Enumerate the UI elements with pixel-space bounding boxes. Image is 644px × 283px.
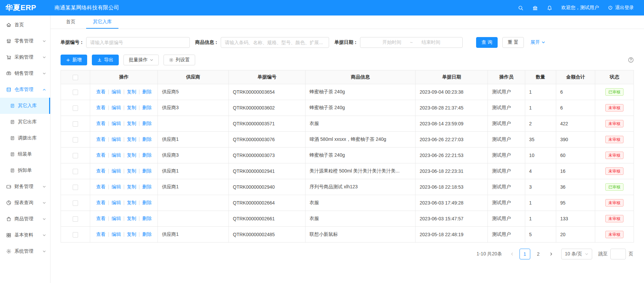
prev-page-icon[interactable] [507,249,517,259]
expand-filters-link[interactable]: 展开 [531,39,545,45]
action-separator: | [139,231,140,237]
delete-link[interactable]: 删除 [142,89,152,94]
view-link[interactable]: 查看 [96,200,106,205]
delete-link[interactable]: 删除 [142,184,152,189]
next-page-icon[interactable] [546,249,556,259]
edit-link[interactable]: 编辑 [111,121,121,126]
view-link[interactable]: 查看 [96,231,106,237]
status-badge: 已审核 [605,183,623,191]
sidebar-item-sales[interactable]: 销售管理 [0,65,50,82]
row-checkbox[interactable] [73,216,78,222]
delete-link[interactable]: 删除 [142,216,152,221]
row-checkbox[interactable] [73,169,78,174]
column-settings-button[interactable]: 列设置 [164,55,195,65]
bank-icon[interactable] [532,5,538,11]
edit-link[interactable]: 编辑 [111,105,121,110]
view-link[interactable]: 查看 [96,105,106,110]
edit-link[interactable]: 编辑 [111,136,121,142]
jump-page-input[interactable] [610,249,626,259]
export-button[interactable]: 导出 [92,55,119,65]
product-input[interactable] [221,37,329,48]
copy-link[interactable]: 复制 [127,121,136,126]
row-checkbox[interactable] [73,121,78,127]
row-checkbox[interactable] [73,105,78,111]
edit-link[interactable]: 编辑 [111,216,121,221]
delete-link[interactable]: 删除 [142,231,152,237]
sidebar-item-system[interactable]: 系统管理 [0,243,50,259]
edit-link[interactable]: 编辑 [111,89,121,94]
sidebar-item-warehouse[interactable]: 仓库管理 [0,82,50,98]
doc-no-input[interactable] [86,37,190,48]
copy-link[interactable]: 复制 [127,184,136,189]
edit-link[interactable]: 编辑 [111,168,121,174]
help-icon[interactable] [628,57,634,63]
row-checkbox[interactable] [73,137,78,143]
edit-link[interactable]: 编辑 [111,184,121,189]
copy-link[interactable]: 复制 [127,89,136,94]
view-link[interactable]: 查看 [96,168,106,174]
view-link[interactable]: 查看 [96,184,106,189]
date-range-picker[interactable]: 开始时间 ~ 结束时间 [360,37,463,48]
sidebar-item-disassembly-order[interactable]: 拆卸单 [0,162,50,179]
select-all-checkbox[interactable] [73,75,78,80]
copy-link[interactable]: 复制 [127,152,136,158]
add-button[interactable]: 新增 [61,55,87,65]
app-logo[interactable]: 华夏ERP [0,3,50,13]
sidebar-item-purchase[interactable]: 采购管理 [0,49,50,65]
sidebar-item-other-outbound[interactable]: 其它出库 [0,114,50,130]
sidebar-item-basic[interactable]: 基本资料 [0,227,50,243]
search-button[interactable]: 查 询 [476,37,498,48]
row-checkbox[interactable] [73,200,78,206]
row-checkbox[interactable] [73,153,78,158]
view-link[interactable]: 查看 [96,89,106,94]
row-checkbox[interactable] [73,232,78,238]
page-button-2[interactable]: 2 [533,249,544,259]
copy-link[interactable]: 复制 [127,105,136,110]
delete-link[interactable]: 删除 [142,200,152,205]
chevron-down-icon [42,233,46,237]
status-badge: 未审核 [605,152,623,159]
sidebar-item-home[interactable]: 首页 [0,17,50,33]
tab-other-inbound[interactable]: 其它入库 [86,15,118,29]
copy-link[interactable]: 复制 [127,200,136,205]
page-size-select[interactable]: 10 条/页 [561,249,592,259]
copy-link[interactable]: 复制 [127,216,136,221]
sidebar-item-label: 仓库管理 [14,87,33,93]
sidebar-item-goods[interactable]: 商品管理 [0,211,50,227]
edit-link[interactable]: 编辑 [111,152,121,158]
copy-link[interactable]: 复制 [127,231,136,237]
page-button-1[interactable]: 1 [520,249,530,259]
sidebar-item-report[interactable]: 报表查询 [0,195,50,211]
delete-link[interactable]: 删除 [142,168,152,174]
edit-link[interactable]: 编辑 [111,200,121,205]
delete-link[interactable]: 删除 [142,152,152,158]
tab-home[interactable]: 首页 [59,15,82,29]
column-header: 商品信息 [305,70,415,84]
action-separator: | [139,200,140,205]
delete-link[interactable]: 删除 [142,121,152,126]
sidebar-item-retail[interactable]: 零售管理 [0,33,50,49]
delete-link[interactable]: 删除 [142,136,152,142]
row-checkbox[interactable] [73,90,78,95]
view-link[interactable]: 查看 [96,152,106,158]
delete-link[interactable]: 删除 [142,105,152,110]
view-link[interactable]: 查看 [96,121,106,126]
welcome-user[interactable]: 欢迎您，测试用户 [561,5,599,11]
sidebar-item-finance[interactable]: 财务管理 [0,179,50,195]
action-separator: | [108,121,109,126]
table-row: 查看|编辑|复制|删除供应商1QTRK00000002485联想小新鼠标2023… [61,227,634,243]
edit-link[interactable]: 编辑 [111,231,121,237]
copy-link[interactable]: 复制 [127,168,136,174]
batch-actions-button[interactable]: 批量操作 [123,55,159,65]
row-checkbox[interactable] [73,185,78,190]
reset-button[interactable]: 重 置 [502,37,524,48]
view-link[interactable]: 查看 [96,136,106,142]
sidebar-item-other-inbound[interactable]: 其它入库 [0,98,50,114]
copy-link[interactable]: 复制 [127,136,136,142]
bell-icon[interactable] [547,5,552,11]
sidebar-item-transfer-outbound[interactable]: 调拨出库 [0,130,50,146]
view-link[interactable]: 查看 [96,216,106,221]
sidebar-item-assembly-order[interactable]: 组装单 [0,146,50,162]
search-icon[interactable] [518,5,524,11]
logout-button[interactable]: 退出登录 [608,5,634,11]
